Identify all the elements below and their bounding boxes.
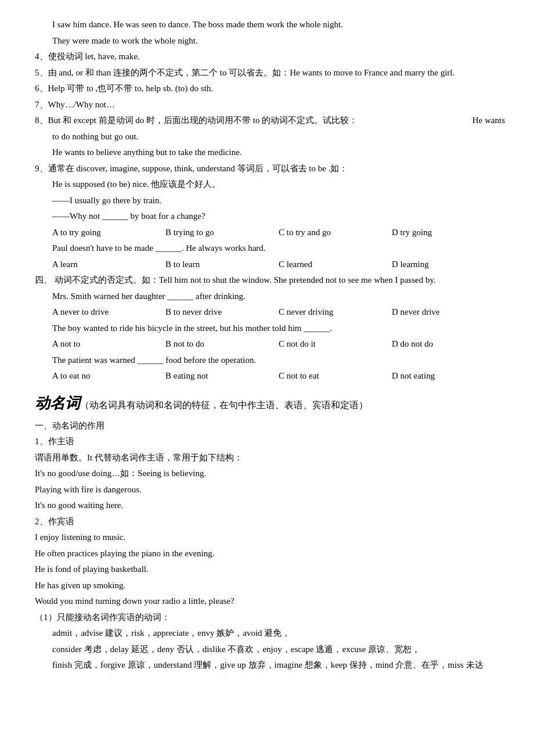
gerund-2-sub1-ex3: finish 完成，forgive 原谅，understand 理解，give …: [35, 658, 505, 673]
item-9-ex1: He is supposed (to be) nice. 他应该是个好人。: [35, 177, 505, 192]
item-5: 5、由 and, or 和 than 连接的两个不定式，第二个 to 可以省去。…: [35, 66, 505, 81]
gerund-2-ex4: He has given up smoking.: [35, 578, 505, 593]
gerund-1-ex2: Playing with fire is dangerous.: [35, 483, 505, 498]
option-C4: C not do it: [279, 337, 392, 352]
gerund-section1: 一、动名词的作用: [35, 419, 505, 434]
option-C1: C to try and go: [279, 225, 392, 240]
option-B2: B to learn: [165, 257, 279, 272]
options-row-4: A not to B not to do C not do it D do no…: [35, 337, 505, 352]
gerund-1-ex1: It's no good/use doing…如：Seeing is belie…: [35, 466, 505, 481]
page-content: I saw him dance. He was seen to dance. T…: [35, 17, 505, 673]
options-row-3: A never to drive B to never drive C neve…: [35, 305, 505, 320]
gerund-section-title: 动名词（动名词具有动词和名词的特征，在句中作主语、表语、宾语和定语）: [35, 391, 505, 416]
gerund-2-ex5: Would you mind turning down your radio a…: [35, 594, 505, 609]
item-9: 9、通常在 discover, imagine, suppose, think,…: [35, 161, 505, 177]
item-9-ex2: ——I usually go there by train.: [35, 193, 505, 208]
item-8-line3: He wants to believe anything but to take…: [35, 145, 505, 160]
gerund-2: 2、作宾语: [35, 514, 505, 530]
item-8-line1: 8、But 和 except 前是动词 do 时，后面出现的动词用不带 to 的…: [35, 113, 505, 128]
item-8-line2: to do nothing but go out.: [35, 129, 505, 145]
option-C2: C learned: [279, 257, 392, 272]
option-A4: A not to: [52, 337, 165, 352]
option-D3: D never drive: [392, 305, 505, 320]
option-D2: D learning: [392, 257, 505, 272]
option-A3: A never to drive: [52, 305, 165, 320]
gerund-2-ex1: I enjoy listening to music.: [35, 530, 505, 545]
gerund-2-ex2: He often practices playing the piano in …: [35, 546, 505, 561]
option-A2: A learn: [52, 257, 165, 272]
option-D1: D try going: [392, 225, 505, 240]
option-A1: A to try going: [52, 225, 165, 240]
item-9-ex3: ——Why not ______ by boat for a change?: [35, 209, 505, 224]
options-row-1: A to try going B trying to go C to try a…: [35, 225, 505, 240]
option-C3: C never driving: [279, 305, 392, 320]
option-B1: B trying to go: [165, 225, 279, 240]
item-6: 6、Help 可带 to ,也可不带 to, help sb. (to) do …: [35, 81, 505, 96]
option-A5: A to eat no: [52, 369, 165, 384]
option-D4: D do not do: [392, 337, 505, 352]
options-row-2: A learn B to learn C learned D learning: [35, 257, 505, 272]
gerund-2-sub1-ex1: admit，advise 建议，risk，appreciate，envy 嫉妒，…: [35, 626, 505, 641]
item-7: 7、Why…/Why not…: [35, 98, 505, 113]
gerund-1: 1、作主语: [35, 434, 505, 449]
option-B3: B to never drive: [165, 305, 279, 320]
item-9-q2: Paul doesn't have to be made ______. He …: [35, 241, 505, 256]
s4-q2: The boy wanted to ride his bicycle in th…: [35, 321, 505, 336]
option-D5: D not eating: [392, 369, 505, 384]
option-B4: B not to do: [165, 337, 279, 352]
option-C5: C not to eat: [279, 369, 392, 384]
gerund-2-sub1-ex2: consider 考虑，delay 延迟，deny 否认，dislike 不喜欢…: [35, 642, 505, 657]
gerund-2-sub1: （1）只能接动名词作宾语的动词：: [35, 610, 505, 625]
line1: I saw him dance. He was seen to dance. T…: [35, 17, 505, 33]
gerund-1-ex3: It's no good waiting here.: [35, 498, 505, 513]
line2: They were made to work the whole night.: [35, 34, 505, 49]
s4-q3: The patient was warned ______ food befor…: [35, 353, 505, 368]
option-B5: B eating not: [165, 369, 279, 384]
s4-q1: Mrs. Smith warned her daughter ______ af…: [35, 289, 505, 304]
item-4: 4、使役动词 let, have, make.: [35, 49, 505, 64]
gerund-1-desc: 谓语用单数。It 代替动名词作主语，常用于如下结构：: [35, 451, 505, 466]
gerund-2-ex3: He is fond of playing basketball.: [35, 562, 505, 577]
options-row-5: A to eat no B eating not C not to eat D …: [35, 369, 505, 384]
section4-title: 四、 动词不定式的否定式。如：Tell him not to shut the …: [35, 273, 505, 288]
